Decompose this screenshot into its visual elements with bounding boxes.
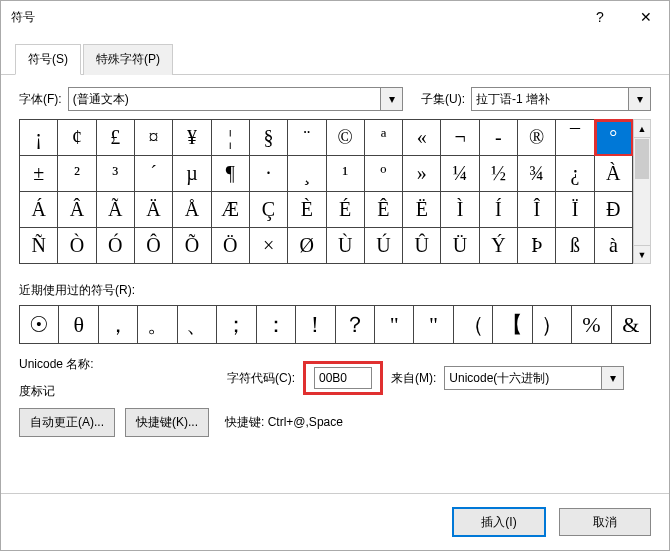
symbol-cell[interactable]: ±: [20, 156, 58, 192]
symbol-cell[interactable]: Ü: [441, 228, 479, 264]
symbol-cell[interactable]: -: [480, 120, 518, 156]
symbol-cell[interactable]: ¯: [556, 120, 594, 156]
symbol-cell[interactable]: µ: [173, 156, 211, 192]
symbol-cell[interactable]: ¹: [327, 156, 365, 192]
scroll-up-icon[interactable]: ▲: [634, 120, 650, 138]
symbol-cell[interactable]: Ý: [480, 228, 518, 264]
recent-symbol-cell[interactable]: ；: [217, 306, 256, 344]
symbol-cell[interactable]: Ò: [58, 228, 96, 264]
symbol-cell[interactable]: Õ: [173, 228, 211, 264]
symbol-cell[interactable]: Í: [480, 192, 518, 228]
symbol-cell[interactable]: Þ: [518, 228, 556, 264]
symbol-cell[interactable]: Ø: [288, 228, 326, 264]
symbol-cell[interactable]: »: [403, 156, 441, 192]
symbol-cell[interactable]: Æ: [212, 192, 250, 228]
symbol-cell[interactable]: ¶: [212, 156, 250, 192]
symbol-cell[interactable]: Ó: [97, 228, 135, 264]
help-button[interactable]: ?: [577, 1, 623, 33]
char-code-input[interactable]: [314, 367, 372, 389]
symbol-cell[interactable]: É: [327, 192, 365, 228]
recent-symbol-cell[interactable]: （: [454, 306, 493, 344]
symbol-cell[interactable]: ß: [556, 228, 594, 264]
symbol-cell[interactable]: Ê: [365, 192, 403, 228]
subset-select[interactable]: 拉丁语-1 增补 ▾: [471, 87, 651, 111]
symbol-cell[interactable]: ®: [518, 120, 556, 156]
symbol-cell[interactable]: §: [250, 120, 288, 156]
symbol-cell[interactable]: ©: [327, 120, 365, 156]
symbol-cell[interactable]: Ç: [250, 192, 288, 228]
symbol-cell[interactable]: ²: [58, 156, 96, 192]
scroll-down-icon[interactable]: ▼: [634, 245, 650, 263]
symbol-cell[interactable]: Ì: [441, 192, 479, 228]
autocorrect-button[interactable]: 自动更正(A)...: [19, 408, 115, 437]
symbol-cell[interactable]: È: [288, 192, 326, 228]
symbol-cell[interactable]: Î: [518, 192, 556, 228]
close-button[interactable]: ✕: [623, 1, 669, 33]
recent-symbol-cell[interactable]: ": [375, 306, 414, 344]
from-select[interactable]: Unicode(十六进制) ▾: [444, 366, 624, 390]
subset-value: 拉丁语-1 增补: [476, 91, 550, 108]
recent-symbol-cell[interactable]: ！: [296, 306, 335, 344]
symbol-cell[interactable]: ¡: [20, 120, 58, 156]
symbol-cell[interactable]: ·: [250, 156, 288, 192]
symbol-cell[interactable]: Ë: [403, 192, 441, 228]
tab-special-chars[interactable]: 特殊字符(P): [83, 44, 173, 75]
symbol-cell[interactable]: Å: [173, 192, 211, 228]
recent-symbol-cell[interactable]: 、: [178, 306, 217, 344]
symbol-cell[interactable]: Á: [20, 192, 58, 228]
cancel-button[interactable]: 取消: [559, 508, 651, 536]
symbol-cell[interactable]: ¨: [288, 120, 326, 156]
recent-symbol-cell[interactable]: ）: [533, 306, 572, 344]
symbol-cell[interactable]: ½: [480, 156, 518, 192]
symbol-cell[interactable]: «: [403, 120, 441, 156]
symbol-cell[interactable]: ´: [135, 156, 173, 192]
recent-symbol-cell[interactable]: %: [572, 306, 611, 344]
symbol-cell[interactable]: Ð: [595, 192, 633, 228]
symbol-cell[interactable]: ¢: [58, 120, 96, 156]
symbol-cell[interactable]: Û: [403, 228, 441, 264]
recent-symbol-cell[interactable]: 。: [138, 306, 177, 344]
symbol-cell[interactable]: ¿: [556, 156, 594, 192]
symbol-cell[interactable]: Ù: [327, 228, 365, 264]
symbol-cell[interactable]: Ô: [135, 228, 173, 264]
grid-scrollbar[interactable]: ▲ ▼: [633, 119, 651, 264]
recent-symbol-cell[interactable]: ，: [99, 306, 138, 344]
symbol-cell[interactable]: °: [595, 120, 633, 156]
symbol-cell[interactable]: ¼: [441, 156, 479, 192]
recent-symbol-cell[interactable]: ": [414, 306, 453, 344]
symbol-cell[interactable]: Â: [58, 192, 96, 228]
symbol-cell[interactable]: º: [365, 156, 403, 192]
tab-strip: 符号(S) 特殊字符(P): [1, 33, 669, 75]
symbol-cell[interactable]: Ä: [135, 192, 173, 228]
recent-symbol-cell[interactable]: ☉: [20, 306, 59, 344]
recent-symbol-cell[interactable]: ？: [336, 306, 375, 344]
scroll-track[interactable]: [634, 180, 650, 245]
symbol-cell[interactable]: ¦: [212, 120, 250, 156]
symbol-cell[interactable]: Ö: [212, 228, 250, 264]
symbol-cell[interactable]: Ï: [556, 192, 594, 228]
symbol-cell[interactable]: ¥: [173, 120, 211, 156]
symbol-cell[interactable]: à: [595, 228, 633, 264]
insert-button[interactable]: 插入(I): [453, 508, 545, 536]
recent-symbol-cell[interactable]: ：: [257, 306, 296, 344]
recent-symbol-cell[interactable]: &: [612, 306, 651, 344]
symbol-cell[interactable]: Ú: [365, 228, 403, 264]
symbol-cell[interactable]: Ñ: [20, 228, 58, 264]
tab-symbols[interactable]: 符号(S): [15, 44, 81, 75]
symbol-cell[interactable]: À: [595, 156, 633, 192]
symbol-cell[interactable]: £: [97, 120, 135, 156]
recent-symbol-cell[interactable]: θ: [59, 306, 98, 344]
unicode-name-col: Unicode 名称: 度标记: [19, 356, 219, 400]
symbol-cell[interactable]: ×: [250, 228, 288, 264]
recent-symbol-cell[interactable]: 【: [493, 306, 532, 344]
shortcut-key-button[interactable]: 快捷键(K)...: [125, 408, 209, 437]
symbol-cell[interactable]: ¸: [288, 156, 326, 192]
symbol-cell[interactable]: Ã: [97, 192, 135, 228]
symbol-cell[interactable]: ¤: [135, 120, 173, 156]
symbol-cell[interactable]: ª: [365, 120, 403, 156]
symbol-cell[interactable]: ¬: [441, 120, 479, 156]
symbol-cell[interactable]: ¾: [518, 156, 556, 192]
symbol-cell[interactable]: ³: [97, 156, 135, 192]
font-select[interactable]: (普通文本) ▾: [68, 87, 403, 111]
scroll-thumb[interactable]: [635, 139, 649, 179]
